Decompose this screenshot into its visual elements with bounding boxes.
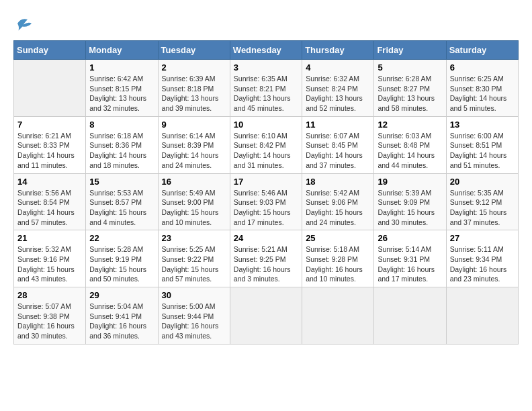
day-info: Sunrise: 5:56 AM Sunset: 8:54 PM Dayligh…: [17, 188, 82, 228]
day-info: Sunrise: 6:00 AM Sunset: 8:51 PM Dayligh…: [450, 131, 515, 171]
day-number: 11: [306, 120, 370, 130]
day-cell-1: 1Sunrise: 6:42 AM Sunset: 8:15 PM Daylig…: [86, 60, 158, 117]
day-number: 3: [234, 62, 298, 73]
day-cell-19: 19Sunrise: 5:39 AM Sunset: 9:09 PM Dayli…: [374, 173, 446, 230]
day-cell-27: 27Sunrise: 5:11 AM Sunset: 9:34 PM Dayli…: [446, 230, 518, 287]
calendar-table: SundayMondayTuesdayWednesdayThursdayFrid…: [13, 40, 519, 345]
day-cell-25: 25Sunrise: 5:18 AM Sunset: 9:28 PM Dayli…: [302, 230, 374, 287]
day-info: Sunrise: 5:35 AM Sunset: 9:12 PM Dayligh…: [450, 188, 515, 228]
day-number: 20: [450, 177, 515, 187]
weekday-header-wednesday: Wednesday: [230, 41, 302, 60]
weekday-header-saturday: Saturday: [446, 41, 518, 60]
day-number: 2: [162, 62, 226, 73]
day-info: Sunrise: 6:32 AM Sunset: 8:24 PM Dayligh…: [306, 74, 370, 113]
day-number: 25: [306, 233, 370, 243]
day-info: Sunrise: 6:03 AM Sunset: 8:48 PM Dayligh…: [378, 131, 442, 171]
day-cell-9: 9Sunrise: 6:14 AM Sunset: 8:39 PM Daylig…: [158, 116, 230, 173]
empty-cell: [446, 287, 518, 345]
day-cell-30: 30Sunrise: 5:00 AM Sunset: 9:44 PM Dayli…: [158, 287, 230, 345]
day-cell-12: 12Sunrise: 6:03 AM Sunset: 8:48 PM Dayli…: [374, 116, 446, 173]
empty-cell: [230, 287, 302, 345]
day-number: 14: [17, 177, 82, 187]
logo-icon: [13, 13, 34, 34]
day-cell-3: 3Sunrise: 6:35 AM Sunset: 8:21 PM Daylig…: [230, 60, 302, 117]
day-info: Sunrise: 6:14 AM Sunset: 8:39 PM Dayligh…: [162, 131, 226, 171]
day-cell-13: 13Sunrise: 6:00 AM Sunset: 8:51 PM Dayli…: [446, 116, 518, 173]
day-cell-23: 23Sunrise: 5:25 AM Sunset: 9:22 PM Dayli…: [158, 230, 230, 287]
day-cell-15: 15Sunrise: 5:53 AM Sunset: 8:57 PM Dayli…: [86, 173, 158, 230]
day-number: 9: [162, 120, 226, 130]
weekday-header-thursday: Thursday: [302, 41, 374, 60]
day-number: 8: [89, 120, 154, 130]
day-info: Sunrise: 5:42 AM Sunset: 9:06 PM Dayligh…: [306, 188, 370, 228]
day-info: Sunrise: 6:07 AM Sunset: 8:45 PM Dayligh…: [306, 131, 370, 171]
day-number: 28: [17, 290, 82, 300]
day-number: 15: [89, 177, 154, 187]
day-number: 30: [162, 290, 226, 300]
day-info: Sunrise: 5:18 AM Sunset: 9:28 PM Dayligh…: [306, 244, 370, 284]
day-number: 24: [234, 233, 298, 243]
day-number: 26: [378, 233, 442, 243]
day-cell-22: 22Sunrise: 5:28 AM Sunset: 9:19 PM Dayli…: [86, 230, 158, 287]
day-cell-6: 6Sunrise: 6:25 AM Sunset: 8:30 PM Daylig…: [446, 60, 518, 117]
day-info: Sunrise: 5:32 AM Sunset: 9:16 PM Dayligh…: [17, 244, 82, 284]
day-number: 17: [234, 177, 298, 187]
day-number: 6: [450, 62, 515, 73]
week-row-4: 21Sunrise: 5:32 AM Sunset: 9:16 PM Dayli…: [14, 230, 519, 287]
day-cell-2: 2Sunrise: 6:39 AM Sunset: 8:18 PM Daylig…: [158, 60, 230, 117]
day-number: 7: [17, 120, 82, 130]
day-cell-16: 16Sunrise: 5:49 AM Sunset: 9:00 PM Dayli…: [158, 173, 230, 230]
day-cell-29: 29Sunrise: 5:04 AM Sunset: 9:41 PM Dayli…: [86, 287, 158, 345]
day-number: 5: [378, 62, 442, 73]
day-info: Sunrise: 5:28 AM Sunset: 9:19 PM Dayligh…: [89, 244, 154, 284]
day-info: Sunrise: 5:46 AM Sunset: 9:03 PM Dayligh…: [234, 188, 298, 228]
day-number: 21: [17, 233, 82, 243]
day-cell-28: 28Sunrise: 5:07 AM Sunset: 9:38 PM Dayli…: [14, 287, 86, 345]
page-header: [13, 13, 519, 34]
week-row-1: 1Sunrise: 6:42 AM Sunset: 8:15 PM Daylig…: [14, 60, 519, 117]
day-info: Sunrise: 5:04 AM Sunset: 9:41 PM Dayligh…: [89, 302, 154, 341]
day-number: 18: [306, 177, 370, 187]
day-number: 12: [378, 120, 442, 130]
day-info: Sunrise: 6:28 AM Sunset: 8:27 PM Dayligh…: [378, 74, 442, 113]
day-info: Sunrise: 5:14 AM Sunset: 9:31 PM Dayligh…: [378, 244, 442, 284]
day-info: Sunrise: 5:00 AM Sunset: 9:44 PM Dayligh…: [162, 302, 226, 341]
day-info: Sunrise: 6:10 AM Sunset: 8:42 PM Dayligh…: [234, 131, 298, 171]
day-cell-14: 14Sunrise: 5:56 AM Sunset: 8:54 PM Dayli…: [14, 173, 86, 230]
day-cell-24: 24Sunrise: 5:21 AM Sunset: 9:25 PM Dayli…: [230, 230, 302, 287]
day-number: 1: [89, 62, 154, 73]
day-cell-17: 17Sunrise: 5:46 AM Sunset: 9:03 PM Dayli…: [230, 173, 302, 230]
day-cell-21: 21Sunrise: 5:32 AM Sunset: 9:16 PM Dayli…: [14, 230, 86, 287]
day-cell-4: 4Sunrise: 6:32 AM Sunset: 8:24 PM Daylig…: [302, 60, 374, 117]
logo: [13, 13, 36, 34]
day-info: Sunrise: 5:25 AM Sunset: 9:22 PM Dayligh…: [162, 244, 226, 284]
day-number: 22: [89, 233, 154, 243]
day-info: Sunrise: 5:07 AM Sunset: 9:38 PM Dayligh…: [17, 302, 82, 341]
day-cell-18: 18Sunrise: 5:42 AM Sunset: 9:06 PM Dayli…: [302, 173, 374, 230]
week-row-3: 14Sunrise: 5:56 AM Sunset: 8:54 PM Dayli…: [14, 173, 519, 230]
day-info: Sunrise: 5:53 AM Sunset: 8:57 PM Dayligh…: [89, 188, 154, 228]
week-row-5: 28Sunrise: 5:07 AM Sunset: 9:38 PM Dayli…: [14, 287, 519, 345]
day-number: 23: [162, 233, 226, 243]
day-info: Sunrise: 6:18 AM Sunset: 8:36 PM Dayligh…: [89, 131, 154, 171]
day-info: Sunrise: 6:42 AM Sunset: 8:15 PM Dayligh…: [89, 74, 154, 113]
empty-cell: [14, 60, 86, 117]
day-number: 4: [306, 62, 370, 73]
empty-cell: [374, 287, 446, 345]
day-cell-26: 26Sunrise: 5:14 AM Sunset: 9:31 PM Dayli…: [374, 230, 446, 287]
day-number: 27: [450, 233, 515, 243]
weekday-header-sunday: Sunday: [14, 41, 86, 60]
day-cell-8: 8Sunrise: 6:18 AM Sunset: 8:36 PM Daylig…: [86, 116, 158, 173]
weekday-header-row: SundayMondayTuesdayWednesdayThursdayFrid…: [14, 41, 519, 60]
day-number: 16: [162, 177, 226, 187]
day-number: 10: [234, 120, 298, 130]
day-info: Sunrise: 6:35 AM Sunset: 8:21 PM Dayligh…: [234, 74, 298, 113]
day-cell-11: 11Sunrise: 6:07 AM Sunset: 8:45 PM Dayli…: [302, 116, 374, 173]
weekday-header-monday: Monday: [86, 41, 158, 60]
day-number: 19: [378, 177, 442, 187]
day-cell-10: 10Sunrise: 6:10 AM Sunset: 8:42 PM Dayli…: [230, 116, 302, 173]
day-info: Sunrise: 5:11 AM Sunset: 9:34 PM Dayligh…: [450, 244, 515, 284]
empty-cell: [302, 287, 374, 345]
weekday-header-friday: Friday: [374, 41, 446, 60]
day-number: 13: [450, 120, 515, 130]
